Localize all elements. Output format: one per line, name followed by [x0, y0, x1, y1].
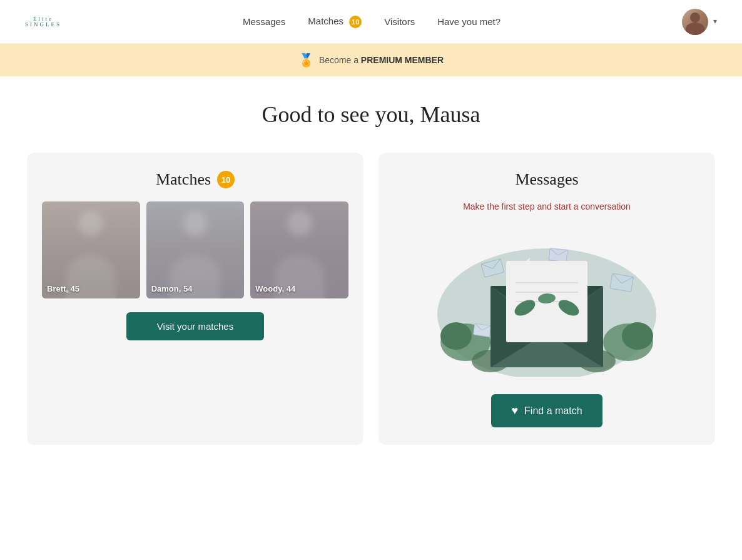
profile-name-3: Woody, 44	[255, 284, 295, 293]
matches-card: Matches 10 Brett, 45 Damon, 54	[27, 153, 363, 445]
navbar: Elite SINGLES Messages Matches 10 Visito…	[0, 0, 742, 44]
logo-subtext: SINGLES	[25, 22, 61, 28]
messages-card-title: Messages	[515, 170, 578, 189]
nav-item-have-you-met[interactable]: Have you met?	[437, 16, 501, 28]
nav-item-messages[interactable]: Messages	[243, 16, 285, 28]
find-match-label: Find a match	[524, 405, 582, 417]
matches-count-badge: 10	[217, 171, 235, 188]
profiles-grid: Brett, 45 Damon, 54 Woody, 44	[42, 201, 348, 298]
nav-links: Messages Matches 10 Visitors Have you me…	[243, 16, 501, 28]
envelope-illustration	[394, 227, 700, 377]
nav-item-matches[interactable]: Matches 10	[308, 16, 362, 28]
premium-text: Become a PREMIUM MEMBER	[319, 55, 444, 65]
svg-point-2	[440, 322, 472, 350]
chevron-down-icon[interactable]: ▾	[713, 17, 717, 26]
envelope-svg	[428, 227, 666, 377]
avatar-image	[682, 9, 708, 35]
matches-card-title: Matches 10	[42, 170, 348, 189]
premium-banner[interactable]: 🏅 Become a PREMIUM MEMBER	[0, 44, 742, 76]
find-match-button[interactable]: ♥ Find a match	[491, 394, 602, 427]
avatar[interactable]	[682, 9, 708, 35]
matches-badge: 10	[349, 16, 362, 28]
svg-point-4	[622, 322, 653, 350]
main-content: Good to see you, Mausa Matches 10 Brett,…	[14, 76, 728, 470]
visit-matches-button[interactable]: Visit your matches	[126, 312, 264, 340]
nav-item-visitors[interactable]: Visitors	[384, 16, 415, 28]
svg-rect-9	[610, 273, 634, 292]
profile-card-2[interactable]: Damon, 54	[146, 201, 245, 298]
messages-subtitle: Make the first step and start a conversa…	[463, 201, 631, 211]
heart-icon: ♥	[511, 404, 518, 417]
nav-link-messages[interactable]: Messages	[243, 16, 285, 27]
profile-name-1: Brett, 45	[47, 284, 79, 293]
greeting-text: Good to see you, Mausa	[27, 101, 715, 128]
cards-row: Matches 10 Brett, 45 Damon, 54	[27, 153, 715, 445]
messages-card: Messages Make the first step and start a…	[379, 153, 715, 445]
profile-card-3[interactable]: Woody, 44	[250, 201, 348, 298]
nav-right: ▾	[682, 9, 717, 35]
profile-name-2: Damon, 54	[151, 284, 193, 293]
nav-link-matches[interactable]: Matches 10	[308, 16, 362, 26]
nav-link-visitors[interactable]: Visitors	[384, 16, 415, 27]
premium-icon: 🏅	[298, 53, 314, 68]
site-logo[interactable]: Elite SINGLES	[25, 16, 61, 28]
profile-card-1[interactable]: Brett, 45	[42, 201, 140, 298]
nav-link-have-you-met[interactable]: Have you met?	[437, 16, 501, 27]
